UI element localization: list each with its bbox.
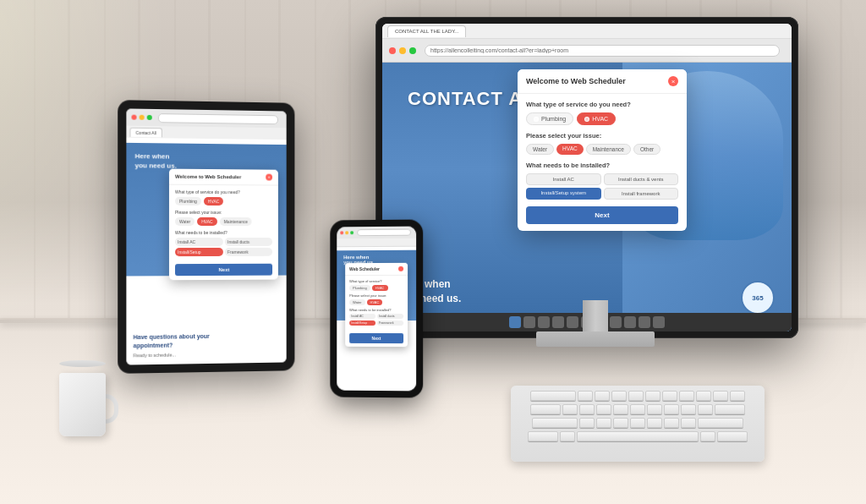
key-k[interactable]	[681, 404, 696, 414]
key-ctrl[interactable]	[528, 431, 558, 441]
phone-hvac-issue[interactable]: HVAC	[367, 299, 383, 305]
service-option-plumbing[interactable]: Plumbing	[526, 112, 573, 125]
tablet-max-dot[interactable]	[147, 115, 152, 120]
tablet-device: Contact All Here whenyou need us. Welcom…	[118, 100, 294, 374]
key-enter[interactable]	[715, 404, 745, 414]
key-u[interactable]	[679, 391, 694, 401]
tablet-install-ac[interactable]: Install AC	[175, 238, 223, 246]
install-framework[interactable]: Install framework	[604, 188, 679, 200]
key-shift-right[interactable]	[698, 418, 743, 428]
key-g[interactable]	[630, 404, 645, 414]
tablet-active-tab[interactable]: Contact All	[129, 127, 162, 137]
web-scheduler-dialog: Welcome to Web Scheduler × What type of …	[518, 69, 687, 231]
tablet-dialog-close[interactable]: ×	[266, 174, 272, 181]
tablet-plumbing-option[interactable]: Plumbing	[175, 197, 201, 205]
service-option-hvac[interactable]: HVAC	[577, 112, 616, 125]
issue-maintenance[interactable]: Maintenance	[586, 144, 631, 155]
key-i[interactable]	[696, 391, 711, 401]
phone-dialog-close[interactable]	[398, 266, 403, 271]
key-alt[interactable]	[560, 431, 575, 441]
phone-close-dot[interactable]	[340, 231, 343, 234]
phone-install-framework[interactable]: Framework	[377, 320, 403, 326]
taskbar-icon-8[interactable]	[624, 316, 636, 328]
tablet-maint-option[interactable]: Maintenance	[220, 217, 252, 226]
issue-water[interactable]: Water	[526, 144, 554, 155]
key-alt-right[interactable]	[700, 431, 715, 441]
key-q[interactable]	[578, 391, 593, 401]
phone-plumbing-option[interactable]: Plumbing	[349, 285, 370, 291]
phone-next-button[interactable]: Next	[349, 333, 403, 343]
taskbar-icon-9[interactable]	[639, 316, 650, 328]
key-ctrl-right[interactable]	[717, 431, 748, 441]
dialog-close-button[interactable]: ×	[668, 76, 678, 86]
key-w[interactable]	[595, 391, 610, 401]
taskbar-icon-10[interactable]	[653, 316, 665, 328]
install-ducts[interactable]: Install ducts & vents	[604, 173, 679, 185]
browser-url-bar[interactable]: https://allencolleiting.com/contact-all?…	[425, 45, 780, 57]
taskbar-icon-2[interactable]	[538, 316, 550, 328]
taskbar-icon-1[interactable]	[523, 316, 535, 328]
tablet-close-dot[interactable]	[131, 115, 136, 120]
key-l[interactable]	[698, 404, 713, 414]
key-x[interactable]	[596, 418, 611, 428]
key-caps[interactable]	[530, 404, 561, 414]
key-d[interactable]	[596, 404, 611, 414]
tablet-hvac-issue[interactable]: HVAC	[197, 217, 216, 226]
key-spacebar[interactable]	[577, 431, 699, 441]
issue-other[interactable]: Other	[633, 144, 660, 155]
taskbar-icon-7[interactable]	[610, 316, 622, 328]
phone-min-dot[interactable]	[345, 231, 348, 234]
key-s[interactable]	[579, 404, 595, 414]
key-y[interactable]	[662, 391, 677, 401]
key-a[interactable]	[562, 404, 578, 414]
badge-365: 365	[741, 281, 775, 315]
phone-install-setup[interactable]: Install/Setup	[349, 320, 375, 326]
dialog-title: Welcome to Web Scheduler	[526, 77, 626, 85]
tablet-water-option[interactable]: Water	[175, 217, 195, 226]
key-v[interactable]	[630, 418, 645, 428]
browser-max-dot[interactable]	[409, 47, 416, 54]
taskbar-icon-browser[interactable]	[509, 316, 521, 328]
tablet-website-bg: Here whenyou need us. Welcome to Web Sch…	[126, 143, 286, 365]
phone-water-option[interactable]: Water	[349, 299, 364, 305]
key-r[interactable]	[628, 391, 644, 401]
browser-close-dot[interactable]	[389, 47, 396, 54]
install-setup-system[interactable]: Install/Setup system	[526, 188, 601, 200]
tablet-next-button[interactable]: Next	[175, 264, 272, 276]
key-shift-left[interactable]	[532, 418, 578, 428]
key-b[interactable]	[647, 418, 662, 428]
taskbar-icon-3[interactable]	[552, 316, 564, 328]
tablet-install-framework[interactable]: Framework	[225, 248, 272, 256]
issue-options: Water HVAC Maintenance Other	[526, 144, 678, 155]
key-h[interactable]	[647, 404, 662, 414]
tablet-service-options: Plumbing HVAC	[175, 197, 272, 206]
key-tab[interactable]	[530, 391, 576, 401]
browser-tab-active[interactable]: CONTACT ALL THE LADY...	[387, 25, 466, 37]
tablet-hvac-option[interactable]: HVAC	[204, 197, 223, 205]
phone-install-ducts[interactable]: Install ducts	[377, 314, 403, 319]
key-m[interactable]	[681, 418, 696, 428]
tablet-install-setup[interactable]: Install/Setup	[175, 248, 223, 256]
issue-hvac[interactable]: HVAC	[556, 144, 584, 155]
key-p[interactable]	[730, 391, 745, 401]
tablet-dialog-body: What type of service do you need? Plumbi…	[169, 185, 278, 281]
tablet-min-dot[interactable]	[140, 115, 145, 120]
browser-min-dot[interactable]	[399, 47, 406, 54]
tablet-install-ducts[interactable]: Install ducts	[225, 238, 272, 246]
phone-install-ac[interactable]: Install AC	[349, 314, 375, 319]
phone-max-dot[interactable]	[350, 231, 354, 234]
phone-url-bar[interactable]	[357, 229, 411, 237]
key-c[interactable]	[613, 418, 628, 428]
key-f[interactable]	[613, 404, 628, 414]
phone-hvac-option[interactable]: HVAC	[372, 285, 388, 291]
key-j[interactable]	[664, 404, 679, 414]
key-e[interactable]	[611, 391, 627, 401]
key-t[interactable]	[645, 391, 660, 401]
key-z[interactable]	[579, 418, 595, 428]
tablet-url-bar[interactable]	[158, 113, 278, 124]
install-ac[interactable]: Install AC	[526, 173, 601, 185]
taskbar-icon-4[interactable]	[567, 316, 578, 328]
key-o[interactable]	[713, 391, 728, 401]
key-n[interactable]	[664, 418, 679, 428]
dialog-next-button[interactable]: Next	[526, 206, 678, 224]
